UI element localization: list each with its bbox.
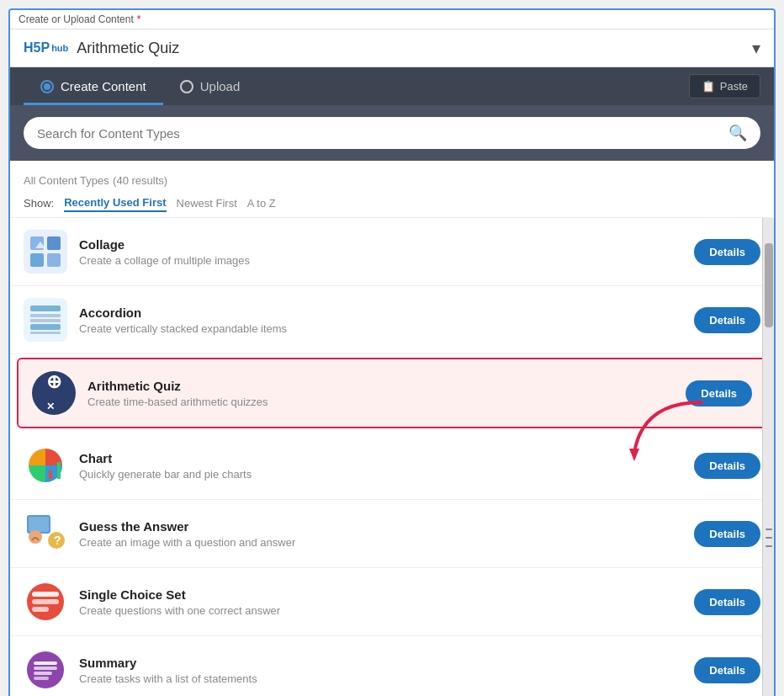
radio-upload bbox=[180, 80, 193, 93]
svg-rect-3 bbox=[47, 253, 61, 267]
svg-rect-1 bbox=[47, 236, 61, 250]
required-marker: * bbox=[137, 13, 141, 25]
chart-name: Chart bbox=[79, 451, 682, 465]
arithmetic-desc: Create time-based arithmetic quizzes bbox=[87, 396, 674, 408]
guess-info: Guess the Answer Create an image with a … bbox=[79, 519, 682, 549]
svg-rect-13 bbox=[53, 465, 56, 479]
top-label: Create or Upload Content bbox=[19, 13, 134, 25]
guess-desc: Create an image with a question and answ… bbox=[79, 536, 682, 549]
single-choice-info: Single Choice Set Create questions with … bbox=[79, 587, 682, 617]
collage-info: Collage Create a collage of multiple ima… bbox=[79, 237, 682, 267]
all-content-title: All Content Types (40 results) bbox=[24, 173, 760, 188]
paste-label: Paste bbox=[720, 80, 748, 93]
guess-details-button[interactable]: Details bbox=[694, 521, 760, 547]
chart-icon bbox=[24, 444, 67, 487]
tab-create-label: Create Content bbox=[61, 79, 146, 93]
title-bar: H5P hub Arithmetic Quiz ▾ bbox=[10, 29, 774, 67]
svg-rect-5 bbox=[30, 305, 61, 311]
guess-icon: ? bbox=[24, 512, 67, 555]
content-types-label: All Content Types bbox=[24, 174, 109, 187]
arithmetic-icon-symbol: ⊕✕ bbox=[46, 371, 61, 415]
arithmetic-quiz-item: ⊕✕ Arithmetic Quiz Create time-based ari… bbox=[17, 358, 767, 428]
collage-details-button[interactable]: Details bbox=[694, 239, 760, 265]
svg-rect-21 bbox=[32, 592, 59, 597]
show-label: Show: bbox=[24, 197, 54, 210]
list-item: Accordion Create vertically stacked expa… bbox=[10, 286, 774, 354]
main-container: Create or Upload Content * H5P hub Arith… bbox=[8, 8, 776, 696]
content-list: Collage Create a collage of multiple ima… bbox=[10, 218, 774, 696]
logo-h5p: H5P bbox=[24, 40, 50, 56]
arithmetic-icon: ⊕✕ bbox=[32, 371, 76, 415]
logo-hub: hub bbox=[51, 43, 68, 53]
chevron-down-icon[interactable]: ▾ bbox=[752, 38, 760, 58]
svg-rect-27 bbox=[34, 672, 52, 675]
arithmetic-details-button[interactable]: Details bbox=[686, 380, 752, 406]
tab-bar: Create Content Upload 📋 Paste bbox=[10, 67, 774, 105]
show-bar: Show: Recently Used First Newest First A… bbox=[24, 194, 760, 212]
scrollbar[interactable] bbox=[762, 218, 774, 696]
arithmetic-info: Arithmetic Quiz Create time-based arithm… bbox=[87, 379, 674, 408]
sort-a-to-z[interactable]: A to Z bbox=[247, 195, 276, 211]
svg-rect-28 bbox=[34, 677, 49, 680]
search-bar-wrapper: 🔍 bbox=[10, 105, 774, 161]
paste-icon: 📋 bbox=[702, 80, 715, 93]
summary-icon bbox=[24, 648, 67, 692]
accordion-name: Accordion bbox=[79, 305, 682, 320]
summary-desc: Create tasks with a list of statements bbox=[79, 672, 682, 685]
scrollbar-thumb[interactable] bbox=[765, 243, 773, 327]
accordion-desc: Create vertically stacked expandable ite… bbox=[79, 322, 682, 335]
scrollbar-grip bbox=[764, 525, 774, 550]
single-choice-name: Single Choice Set bbox=[79, 587, 682, 602]
svg-rect-8 bbox=[30, 324, 61, 330]
svg-rect-12 bbox=[49, 470, 52, 479]
paste-button[interactable]: 📋 Paste bbox=[689, 74, 760, 98]
page-title: Arithmetic Quiz bbox=[77, 40, 179, 57]
search-bar: 🔍 bbox=[24, 117, 760, 149]
svg-rect-22 bbox=[32, 599, 59, 604]
h5p-logo: H5P hub bbox=[24, 40, 68, 56]
single-choice-desc: Create questions with one correct answer bbox=[79, 604, 682, 617]
top-bar: Create or Upload Content * bbox=[10, 10, 774, 29]
chart-desc: Quickly generate bar and pie charts bbox=[79, 468, 682, 481]
content-types-count: (40 results) bbox=[113, 174, 167, 187]
sort-newest-first[interactable]: Newest First bbox=[177, 195, 237, 211]
summary-name: Summary bbox=[79, 656, 682, 670]
search-icon: 🔍 bbox=[728, 124, 747, 142]
accordion-info: Accordion Create vertically stacked expa… bbox=[79, 305, 682, 335]
svg-rect-2 bbox=[30, 253, 44, 267]
svg-rect-14 bbox=[57, 462, 61, 479]
single-choice-details-button[interactable]: Details bbox=[694, 589, 760, 615]
sort-recently-used[interactable]: Recently Used First bbox=[64, 194, 166, 212]
tab-upload[interactable]: Upload bbox=[163, 67, 257, 105]
summary-info: Summary Create tasks with a list of stat… bbox=[79, 656, 682, 685]
svg-rect-16 bbox=[29, 517, 49, 532]
svg-text:?: ? bbox=[54, 534, 61, 547]
guess-name: Guess the Answer bbox=[79, 519, 682, 534]
accordion-details-button[interactable]: Details bbox=[694, 307, 760, 333]
collage-name: Collage bbox=[79, 237, 682, 252]
chart-details-button[interactable]: Details bbox=[694, 453, 760, 479]
content-area: All Content Types (40 results) Show: Rec… bbox=[10, 161, 774, 696]
tab-create-content[interactable]: Create Content bbox=[24, 67, 163, 105]
summary-details-button[interactable]: Details bbox=[694, 657, 760, 683]
svg-rect-9 bbox=[30, 332, 61, 334]
list-item: ? Guess the Answer Create an image with … bbox=[10, 500, 774, 568]
search-input[interactable] bbox=[37, 126, 722, 141]
list-item: Chart Quickly generate bar and pie chart… bbox=[10, 432, 774, 500]
single-choice-icon bbox=[24, 580, 67, 624]
svg-rect-25 bbox=[34, 661, 57, 665]
radio-create bbox=[40, 80, 54, 93]
all-content-header: All Content Types (40 results) Show: Rec… bbox=[10, 161, 774, 218]
list-item: Collage Create a collage of multiple ima… bbox=[10, 218, 774, 286]
collage-desc: Create a collage of multiple images bbox=[79, 254, 682, 267]
tab-upload-label: Upload bbox=[200, 79, 241, 93]
accordion-icon bbox=[24, 298, 67, 342]
svg-rect-6 bbox=[30, 314, 61, 317]
svg-rect-23 bbox=[32, 607, 49, 612]
svg-rect-26 bbox=[34, 667, 57, 670]
arithmetic-name: Arithmetic Quiz bbox=[87, 379, 674, 393]
svg-rect-7 bbox=[30, 319, 61, 322]
tab-group: Create Content Upload bbox=[24, 67, 257, 105]
collage-icon bbox=[24, 230, 67, 274]
title-bar-left: H5P hub Arithmetic Quiz bbox=[24, 40, 179, 57]
